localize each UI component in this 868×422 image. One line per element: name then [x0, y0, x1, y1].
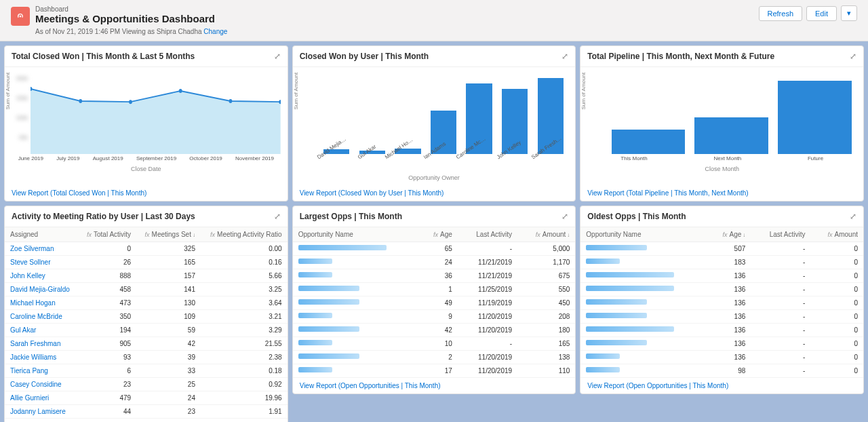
table-row[interactable]: Gul Akar194593.29 [5, 324, 288, 337]
table-row[interactable]: Sarah Freshman9054221.55 [5, 337, 288, 351]
table-row[interactable]: Steve Sollner261650.16 [5, 256, 288, 269]
table-row[interactable]: 136-0 [580, 283, 863, 296]
table-row[interactable]: Allie Gurnieri4792419.96 [5, 391, 288, 405]
col-meetings-set[interactable]: fxMeetings Set↓ [136, 227, 201, 242]
view-report-link[interactable]: View Report (Total Pipeline | This Month… [580, 185, 863, 201]
opp-name-redacted[interactable] [586, 258, 620, 264]
table-row[interactable]: John Kelley8881575.66 [5, 269, 288, 283]
opp-name-redacted[interactable] [586, 272, 674, 277]
table-row[interactable]: Caroline McBride3501093.21 [5, 310, 288, 324]
table-row[interactable]: Jackie Williams93392.38 [5, 351, 288, 364]
col-amount[interactable]: fxAmount [810, 227, 863, 242]
table-row[interactable]: 136-0 [580, 310, 863, 324]
user-link[interactable]: Gul Akar [10, 326, 36, 334]
opp-name-redacted[interactable] [586, 340, 647, 345]
edit-button[interactable]: Edit [806, 6, 837, 21]
opp-name-redacted[interactable] [298, 258, 332, 264]
dashboard-icon [11, 7, 30, 26]
col-last-activity[interactable]: Last Activity [458, 227, 517, 242]
user-link[interactable]: Zoe Silverman [10, 245, 54, 252]
table-row[interactable]: 507-0 [580, 242, 863, 256]
table-row[interactable]: 2411/21/20191,170 [293, 256, 576, 269]
table-row[interactable]: Jodanny Lamisere44231.91 [5, 405, 288, 419]
opp-name-redacted[interactable] [586, 313, 647, 318]
user-link[interactable]: Jackie Williams [10, 353, 56, 361]
table-row[interactable]: Zoe Silverman03250.00 [5, 242, 288, 256]
chart: Sum of Amount [587, 73, 856, 154]
table-row[interactable]: 3611/21/2019675 [293, 269, 576, 283]
user-link[interactable]: Casey Considine [10, 381, 62, 388]
expand-icon[interactable]: ⤢ [561, 52, 568, 61]
table-row[interactable]: Casey Considine23250.92 [5, 378, 288, 391]
user-link[interactable]: John Kelley [10, 272, 45, 280]
view-report-link[interactable]: View Report (Open Opportunities | This M… [293, 378, 576, 394]
table-row[interactable]: 136-0 [580, 269, 863, 283]
table-row[interactable]: 10-165 [293, 337, 576, 351]
view-report-link[interactable]: View Report (Closed Won by User | This M… [293, 185, 576, 201]
user-link[interactable]: Allie Gurnieri [10, 394, 49, 402]
table-row[interactable]: 136-0 [580, 324, 863, 337]
opp-name-redacted[interactable] [298, 272, 332, 277]
col-assigned[interactable]: Assigned [5, 227, 79, 242]
col-ratio[interactable]: fxMeeting Activity Ratio [201, 227, 288, 242]
table-row[interactable]: 98-0 [580, 364, 863, 378]
user-link[interactable]: Jodanny Lamisere [10, 408, 66, 415]
table-row[interactable]: 136-0 [580, 351, 863, 364]
table-row[interactable]: Tierica Pang6330.18 [5, 364, 288, 378]
table-row[interactable]: 4211/20/2019180 [293, 324, 576, 337]
col-age[interactable]: fxAge↓ [707, 227, 751, 242]
svg-point-3 [179, 89, 182, 93]
table-row[interactable]: Michael Hogan4731303.64 [5, 296, 288, 310]
user-link[interactable]: Michael Hogan [10, 299, 56, 307]
opp-name-redacted[interactable] [298, 326, 359, 332]
card-closed-won-user: Closed Won by User | This Month ⤢ Sum of… [292, 45, 576, 202]
view-report-link[interactable]: View Report (Open Opportunities | This M… [580, 378, 863, 394]
table-row[interactable]: 111/25/2019550 [293, 283, 576, 296]
user-link[interactable]: Steve Sollner [10, 258, 50, 266]
more-button[interactable]: ▾ [841, 5, 857, 21]
user-link[interactable]: Tierica Pang [10, 367, 48, 375]
expand-icon[interactable]: ⤢ [274, 52, 281, 61]
opp-name-redacted[interactable] [586, 367, 620, 372]
opp-name-redacted[interactable] [298, 245, 387, 250]
opp-name-redacted[interactable] [298, 353, 359, 359]
col-total-activity[interactable]: fxTotal Activity [79, 227, 136, 242]
opp-name-redacted[interactable] [298, 367, 332, 372]
opp-name-redacted[interactable] [586, 353, 620, 359]
opp-name-redacted[interactable] [586, 245, 647, 250]
table-row[interactable]: 136-0 [580, 337, 863, 351]
table-row[interactable]: David Mejia-Giraldo4581413.25 [5, 283, 288, 296]
table-row[interactable]: 183-0 [580, 256, 863, 269]
opp-name-redacted[interactable] [298, 299, 359, 305]
opp-name-redacted[interactable] [298, 313, 332, 318]
opp-name-redacted[interactable] [586, 299, 647, 305]
table-row[interactable]: 4911/19/2019450 [293, 296, 576, 310]
user-link[interactable]: Caroline McBride [10, 313, 62, 320]
table-row[interactable]: Jamie Song5132223.32 [5, 419, 288, 423]
table-row[interactable]: 211/20/2019138 [293, 351, 576, 364]
table-row[interactable]: 65-5,000 [293, 242, 576, 256]
table-row[interactable]: 911/20/2019208 [293, 310, 576, 324]
col-last-activity[interactable]: Last Activity [751, 227, 810, 242]
opp-name-redacted[interactable] [298, 340, 332, 345]
refresh-button[interactable]: Refresh [759, 6, 803, 21]
expand-icon[interactable]: ⤢ [274, 212, 281, 221]
opp-name-redacted[interactable] [586, 286, 674, 291]
expand-icon[interactable]: ⤢ [561, 212, 568, 221]
user-link[interactable]: David Mejia-Giraldo [10, 286, 70, 293]
col-opp-name[interactable]: Opportunity Name [293, 227, 420, 242]
expand-icon[interactable]: ⤢ [850, 212, 856, 221]
opp-name-redacted[interactable] [298, 286, 359, 291]
expand-icon[interactable]: ⤢ [850, 52, 856, 61]
col-age[interactable]: fxAge [420, 227, 458, 242]
table-row[interactable]: 136-0 [580, 296, 863, 310]
view-report-link[interactable]: View Report (Total Closed Won | This Mon… [5, 185, 288, 201]
col-amount[interactable]: fxAmount↓ [517, 227, 575, 242]
change-link[interactable]: Change [203, 28, 227, 35]
table-row[interactable]: 1711/20/2019110 [293, 364, 576, 378]
opp-name-redacted[interactable] [586, 326, 674, 332]
user-link[interactable]: Sarah Freshman [10, 340, 60, 347]
activity-table: Assigned fxTotal Activity fxMeetings Set… [5, 227, 288, 422]
col-opp-name[interactable]: Opportunity Name [580, 227, 707, 242]
card-title: Activity to Meeting Ratio by User | Last… [12, 212, 195, 221]
